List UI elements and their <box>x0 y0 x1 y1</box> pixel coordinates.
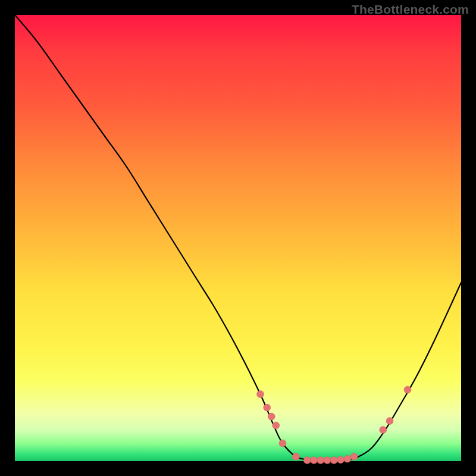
data-marker <box>279 440 286 447</box>
data-marker <box>311 457 318 464</box>
data-marker <box>337 456 345 464</box>
data-marker <box>293 453 300 461</box>
data-marker <box>317 457 324 464</box>
data-marker <box>273 422 280 429</box>
data-marker <box>264 404 271 411</box>
bottleneck-curve <box>15 15 461 461</box>
data-marker <box>268 413 275 420</box>
data-marker <box>330 457 337 464</box>
data-marker <box>324 457 331 464</box>
data-marker <box>404 386 411 393</box>
data-marker <box>350 453 358 461</box>
data-marker <box>386 418 393 425</box>
data-marker <box>380 427 387 434</box>
data-marker <box>344 455 351 462</box>
chart-svg <box>15 15 461 461</box>
chart-frame <box>15 15 461 461</box>
data-marker <box>257 391 264 398</box>
data-marker <box>303 457 311 464</box>
